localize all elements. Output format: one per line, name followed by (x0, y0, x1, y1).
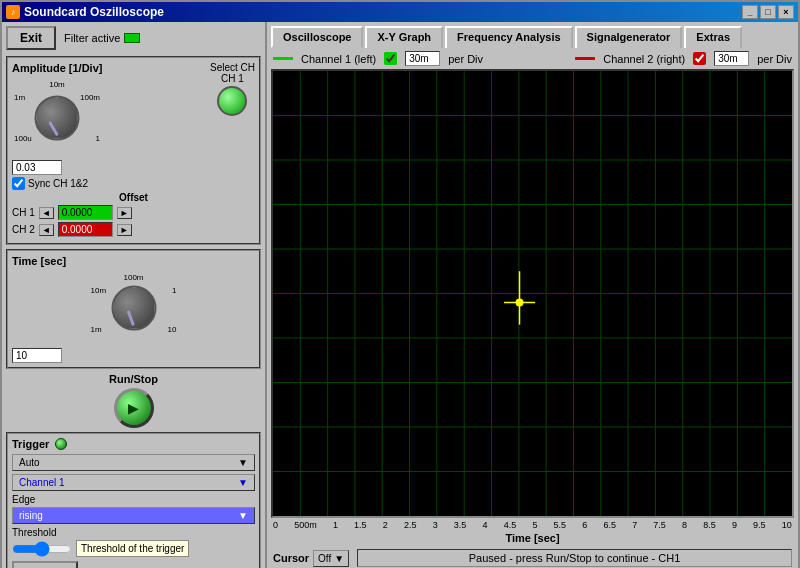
oscilloscope-svg (273, 71, 792, 516)
exit-button[interactable]: Exit (6, 26, 56, 50)
tick-4-5: 4.5 (504, 520, 517, 530)
time-label-bl: 1m (91, 325, 102, 334)
tabs-row: Oscilloscope X-Y Graph Frequency Analysi… (267, 22, 798, 48)
ch2-per-div-label: per Div (757, 53, 792, 65)
offset-ch2-up[interactable]: ► (117, 224, 132, 236)
cursor-dropdown[interactable]: Off ▼ (313, 550, 349, 567)
time-axis-row: 0 500m 1 1.5 2 2.5 3 3.5 4 4.5 5 5.5 6 6… (267, 518, 798, 532)
amp-label-tr: 100m (80, 93, 100, 102)
tick-4: 4 (483, 520, 488, 530)
ch1-checkbox[interactable] (384, 52, 397, 65)
right-panel: Oscilloscope X-Y Graph Frequency Analysi… (267, 22, 798, 568)
tick-8-5: 8.5 (703, 520, 716, 530)
offset-label: Offset (12, 192, 255, 203)
sync-checkbox[interactable] (12, 177, 25, 190)
cursor-section: Cursor Off ▼ (273, 550, 349, 567)
offset-ch1-row: CH 1 ◄ ► (12, 205, 255, 220)
trigger-section: Trigger Auto ▼ Channel 1 ▼ Edge (6, 432, 261, 568)
tick-9: 9 (732, 520, 737, 530)
window-title: Soundcard Oszilloscope (24, 5, 164, 19)
offset-ch2-input[interactable] (58, 222, 113, 237)
tick-6-5: 6.5 (603, 520, 616, 530)
offset-section: Offset CH 1 ◄ ► CH 2 ◄ ► (12, 192, 255, 237)
tick-10: 10 (782, 520, 792, 530)
offset-ch2-down[interactable]: ◄ (39, 224, 54, 236)
auto-set-button[interactable]: Auto Set (12, 561, 78, 568)
bottom-row: Cursor Off ▼ Paused - press Run/Stop to … (267, 546, 798, 568)
threshold-row: Threshold of the trigger (12, 540, 255, 557)
tab-xy-graph[interactable]: X-Y Graph (365, 26, 443, 48)
offset-ch2-label: CH 2 (12, 224, 35, 235)
main-window: ♪ Soundcard Oszilloscope _ □ × Exit Filt… (0, 0, 800, 568)
trigger-mode-dropdown[interactable]: Auto ▼ (12, 454, 255, 471)
time-section: Time [sec] 100m 10m 1 1m 10 (6, 249, 261, 369)
status-bar: Paused - press Run/Stop to continue - CH… (357, 549, 792, 567)
tab-oscilloscope[interactable]: Oscilloscope (271, 26, 363, 48)
run-stop-label: Run/Stop (109, 373, 158, 385)
ch2-per-div-input[interactable] (714, 51, 749, 66)
amp-label-tl: 1m (14, 93, 25, 102)
trigger-led (55, 438, 67, 450)
tick-500m: 500m (294, 520, 317, 530)
run-stop-section: Run/Stop ▶ (6, 373, 261, 428)
ch2-checkbox[interactable] (693, 52, 706, 65)
trigger-title: Trigger (12, 438, 49, 450)
tab-frequency-analysis[interactable]: Frequency Analysis (445, 26, 573, 48)
tick-5-5: 5.5 (554, 520, 567, 530)
sync-row: Sync CH 1&2 (12, 177, 255, 190)
threshold-slider[interactable] (12, 541, 72, 557)
amp-label-br: 1 (96, 134, 100, 143)
tick-1: 1 (333, 520, 338, 530)
time-value-input[interactable] (12, 348, 62, 363)
offset-ch1-input[interactable] (58, 205, 113, 220)
offset-ch1-down[interactable]: ◄ (39, 207, 54, 219)
trigger-edge-dropdown[interactable]: rising ▼ (12, 507, 255, 524)
edge-label: Edge (12, 494, 255, 505)
tick-6: 6 (582, 520, 587, 530)
ch1-selector[interactable] (217, 86, 247, 116)
time-label-tr: 1 (172, 286, 176, 295)
maximize-button[interactable]: □ (760, 5, 776, 19)
tick-2: 2 (383, 520, 388, 530)
app-icon: ♪ (6, 5, 20, 19)
cursor-dropdown-arrow: ▼ (334, 553, 344, 564)
top-row: Exit Filter active (6, 26, 261, 50)
cursor-dot (516, 298, 524, 306)
offset-ch2-row: CH 2 ◄ ► (12, 222, 255, 237)
tick-7-5: 7.5 (653, 520, 666, 530)
filter-active-label: Filter active (64, 32, 140, 44)
filter-led (124, 33, 140, 43)
trigger-header: Trigger (12, 438, 255, 450)
time-label-top: 100m (123, 273, 143, 282)
time-knob[interactable] (111, 285, 156, 330)
ch1-per-div-input[interactable] (405, 51, 440, 66)
time-label-tl: 10m (91, 286, 107, 295)
ch1-channel-label: Channel 1 (left) (301, 53, 376, 65)
threshold-label: Threshold (12, 527, 255, 538)
offset-ch1-up[interactable]: ► (117, 207, 132, 219)
time-title: Time [sec] (12, 255, 255, 267)
minimize-button[interactable]: _ (742, 5, 758, 19)
threshold-tooltip: Threshold of the trigger (76, 540, 189, 557)
time-axis-label: Time [sec] (267, 532, 798, 544)
ch1-line-indicator (273, 57, 293, 60)
offset-ch1-label: CH 1 (12, 207, 35, 218)
time-label-br: 10 (168, 325, 177, 334)
tick-1-5: 1.5 (354, 520, 367, 530)
tab-extras[interactable]: Extras (684, 26, 742, 48)
close-button[interactable]: × (778, 5, 794, 19)
tick-9-5: 9.5 (753, 520, 766, 530)
run-stop-button[interactable]: ▶ (114, 388, 154, 428)
dropdown-arrow2: ▼ (238, 477, 248, 488)
channel-row: Channel 1 (left) per Div Channel 2 (righ… (267, 48, 798, 69)
ch1-per-div-label: per Div (448, 53, 483, 65)
tick-3-5: 3.5 (454, 520, 467, 530)
amplitude-knob[interactable] (35, 96, 80, 141)
ch2-line-indicator (575, 57, 595, 60)
dropdown-arrow: ▼ (238, 457, 248, 468)
tab-signalgenerator[interactable]: Signalgenerator (575, 26, 683, 48)
title-bar: ♪ Soundcard Oszilloscope _ □ × (2, 2, 798, 22)
window-controls: _ □ × (742, 5, 794, 19)
amplitude-value-input[interactable] (12, 160, 62, 175)
trigger-channel-dropdown[interactable]: Channel 1 ▼ (12, 474, 255, 491)
